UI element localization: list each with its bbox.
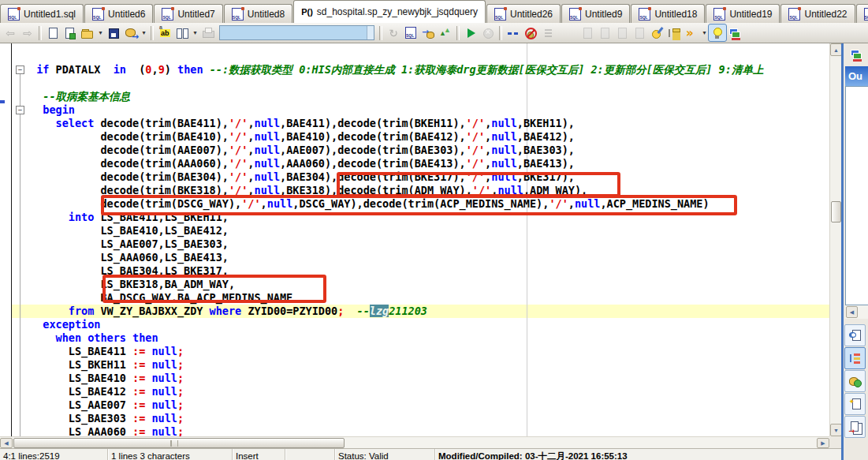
rollback-button[interactable] (596, 24, 613, 41)
code-line[interactable]: --取病案基本信息 (30, 90, 763, 103)
tab-untitled22[interactable]: Untitled22 (780, 4, 855, 23)
tab-untitled8[interactable]: Untitled8 (224, 4, 292, 23)
save-all-button[interactable] (122, 24, 140, 41)
template-panel-button[interactable] (844, 393, 866, 415)
gutter-divider (11, 43, 12, 436)
code-line[interactable]: select decode(trim(BAE411),'/',null,BAE4… (30, 117, 763, 130)
hint-button[interactable] (709, 24, 726, 41)
dock-horizontal-scrollbar[interactable]: ◀ (845, 305, 868, 319)
fold-marker-icon[interactable]: − (16, 106, 24, 114)
save-button[interactable] (105, 24, 122, 41)
dock-splitter[interactable] (841, 43, 844, 460)
code-line[interactable]: LS_BAE410 := null; (30, 372, 763, 385)
split-window-button-dropdown-icon[interactable]: ▾ (191, 24, 199, 41)
tab-untitled9[interactable]: Untitled9 (561, 4, 630, 23)
horizontal-scroll-thumb[interactable] (13, 438, 345, 448)
commit-button[interactable] (579, 24, 596, 41)
copy-content-button[interactable] (844, 416, 866, 438)
tab-untitled24[interactable]: Untitled24 (856, 4, 868, 23)
connection-combobox[interactable] (219, 25, 374, 40)
toggle-debug-button[interactable] (522, 24, 539, 41)
sql-icon (405, 27, 416, 39)
scroll-right-icon[interactable]: ▶ (817, 438, 829, 448)
tab-untitled6[interactable]: Untitled6 (84, 4, 153, 23)
breakpoint-button[interactable] (505, 24, 522, 41)
new-sql-window-button[interactable] (402, 24, 419, 41)
code-line[interactable]: LS_AAE007 := null; (30, 398, 763, 412)
sql-script-icon (713, 8, 725, 21)
editor-vertical-scrollbar[interactable]: ▲ ▼ (829, 43, 841, 436)
macro-button-dropdown-icon[interactable]: ▾ (700, 24, 709, 41)
describe-panel-button[interactable] (844, 324, 866, 346)
export-button[interactable] (419, 24, 437, 41)
scroll-left-icon[interactable]: ◀ (846, 306, 858, 318)
code-line[interactable]: decode(trim(BAE410),'/',null,BAE410),dec… (30, 130, 763, 144)
editor-horizontal-scrollbar[interactable]: ◀ ▶ (0, 436, 829, 448)
execute-button[interactable] (462, 24, 479, 41)
new-button[interactable] (44, 24, 61, 41)
code-line[interactable]: LS_BAE412 := null; (30, 385, 763, 398)
split-window-button[interactable] (173, 24, 191, 41)
tab-untitled7[interactable]: Untitled7 (154, 4, 222, 23)
ab-icon (158, 27, 171, 39)
code-line[interactable]: LS_AAE007,LS_BAE303, (30, 237, 763, 251)
tab-untitled19[interactable]: Untitled19 (706, 4, 780, 23)
save-all-button-dropdown-icon[interactable]: ▾ (140, 24, 148, 41)
window-list-button[interactable] (726, 24, 743, 41)
plsql-developer-window: Untitled1.sqlUntitled6Untitled7Untitled8… (0, 0, 868, 460)
annotation-rectangle-1 (337, 172, 620, 197)
code-line[interactable]: LS_AAA060,LS_BAE413, (30, 251, 763, 264)
code-text[interactable]: if PDATALX in (0,9) then --:数据获取类型 0:HIS… (30, 63, 763, 436)
scroll-down-icon[interactable]: ▼ (830, 424, 841, 436)
compare-button[interactable] (437, 24, 454, 41)
tab-label: Untitled7 (177, 9, 214, 20)
code-line[interactable]: decode(trim(AAE007),'/',null,AAE007),dec… (30, 144, 763, 157)
open-button-dropdown-icon[interactable]: ▾ (96, 24, 105, 41)
code-line[interactable]: LS_BAE303 := null; (30, 412, 763, 425)
tab-label: Untitled9 (585, 9, 622, 20)
code-line[interactable]: if PDATALX in (0,9) then --:数据获取类型 0:HIS… (30, 63, 763, 77)
open-button[interactable] (79, 24, 96, 41)
code-line[interactable] (30, 77, 763, 90)
doc-wand-icon (849, 398, 862, 410)
selected-text: lzg (370, 305, 389, 317)
apply-button[interactable] (613, 24, 631, 41)
code-editor[interactable]: − − if PDATALX in (0,9) then --:数据获取类型 0… (0, 43, 841, 436)
code-line[interactable]: exception (30, 318, 763, 331)
code-line[interactable]: decode(trim(AAA060),'/',null,AAA060),dec… (30, 157, 763, 170)
code-line[interactable]: LS_BAE410,LS_BAE412, (30, 224, 763, 237)
browser-button[interactable] (665, 24, 683, 41)
new-program-button[interactable] (61, 24, 79, 41)
print-button[interactable] (199, 24, 217, 41)
tab-untitled26[interactable]: Untitled26 (486, 4, 561, 23)
break-button[interactable] (479, 24, 497, 41)
code-line[interactable]: LS_BAE411 := null; (30, 345, 763, 358)
code-line[interactable]: from VW_ZY_BAJBXX_ZDY where ZYID00=PZYID… (30, 305, 763, 318)
code-line[interactable]: LS_AAA060 := null; (30, 425, 763, 436)
back-button[interactable]: ⇦ (2, 24, 19, 41)
test-button[interactable] (648, 24, 665, 41)
vertical-scroll-thumb[interactable] (831, 201, 841, 223)
scroll-left-icon[interactable]: ◀ (0, 438, 13, 448)
toolbar-separator (379, 26, 382, 40)
find-replace-button[interactable] (156, 24, 173, 41)
revert-button[interactable] (631, 24, 648, 41)
code-line[interactable]: when others then (30, 331, 763, 345)
scroll-up-icon[interactable]: ▲ (830, 43, 841, 56)
structure-panel-button[interactable] (844, 347, 866, 369)
play-icon (464, 27, 477, 39)
code-line[interactable]: begin (30, 103, 763, 117)
code-line[interactable]: LS_BKEH11 := null; (30, 358, 763, 372)
macro-button[interactable] (683, 24, 700, 41)
refresh-button[interactable]: ↻ (385, 24, 402, 41)
tab-sd-hospital-sp-zy-newybjk-jsqdquery[interactable]: P()sd_hospital.sp_zy_newybjk_jsqdquery (293, 0, 486, 23)
dock-toolbar-icon[interactable] (848, 47, 864, 62)
dashes-icon (507, 27, 520, 39)
step-button[interactable] (539, 24, 557, 41)
tab-untitled18[interactable]: Untitled18 (631, 4, 705, 23)
fold-marker-icon[interactable]: − (16, 65, 24, 74)
dock-panel-content[interactable] (845, 86, 868, 305)
forward-button[interactable]: ⇨ (19, 24, 36, 41)
data-dictionary-button[interactable] (844, 370, 866, 392)
tab-untitled1-sql[interactable]: Untitled1.sql (0, 4, 84, 23)
